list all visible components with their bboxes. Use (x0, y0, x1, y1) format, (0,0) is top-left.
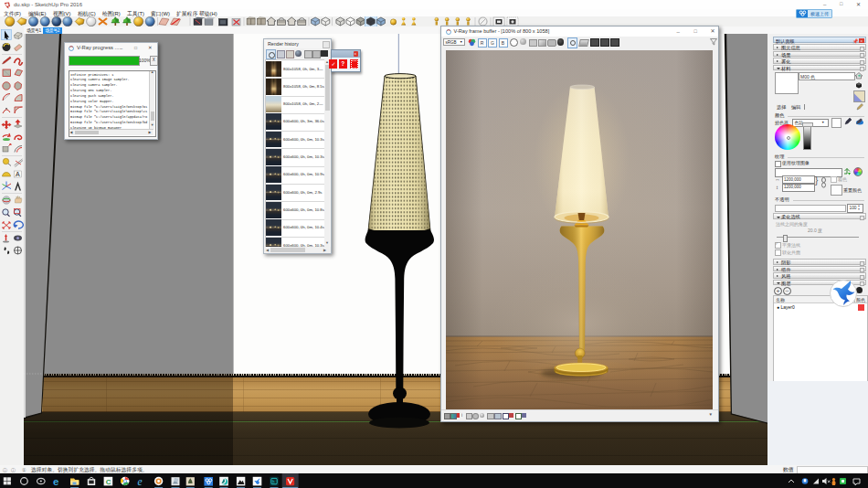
svg-text:e: e (138, 475, 143, 486)
svg-text:C: C (106, 477, 111, 485)
svg-text:e: e (53, 475, 58, 486)
svg-text:A: A (16, 171, 20, 177)
